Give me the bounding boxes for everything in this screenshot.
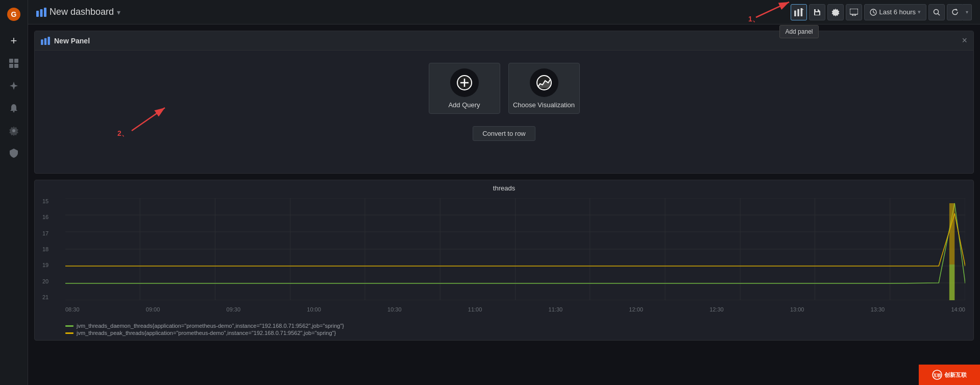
- watermark-text: 创新互联: [944, 371, 967, 379]
- svg-rect-32: [44, 38, 46, 44]
- svg-rect-64: [949, 264, 954, 300]
- legend-label-peak: jvm_threads_peak_threads{application="pr…: [77, 330, 336, 336]
- svg-point-29: [934, 9, 939, 14]
- watermark: 互联 创新互联: [919, 365, 980, 385]
- svg-rect-33: [47, 37, 50, 45]
- choose-visualization-option[interactable]: Choose Visualization: [508, 63, 580, 114]
- chart-legend: jvm_threads_daemon_threads{application="…: [35, 321, 973, 340]
- add-panel-button[interactable]: Add panel: [791, 4, 807, 20]
- panel-modal-header: New Panel ×: [35, 31, 973, 51]
- sidebar-item-create[interactable]: +: [4, 31, 24, 51]
- svg-line-12: [756, 2, 789, 17]
- dashboard-title[interactable]: New dashboard ▾: [36, 7, 120, 17]
- legend-item-daemon: jvm_threads_daemon_threads{application="…: [65, 323, 965, 329]
- annotation-arrow-1: 1、: [746, 0, 797, 22]
- svg-line-36: [132, 108, 165, 131]
- chart-area: 21 20 19 18 17 16 15: [35, 194, 973, 321]
- chart-title: threads: [35, 180, 973, 194]
- svg-rect-6: [13, 111, 15, 112]
- svg-text:G: G: [11, 10, 17, 18]
- panel-options: Add Query Choose Visualiz: [429, 63, 580, 114]
- svg-line-28: [873, 12, 875, 13]
- sidebar-item-dashboards[interactable]: [4, 53, 24, 74]
- svg-rect-5: [14, 64, 18, 68]
- new-panel-modal: New Panel × 2、: [34, 31, 974, 174]
- sidebar-item-admin[interactable]: [4, 143, 24, 163]
- add-query-option[interactable]: Add Query: [429, 63, 500, 114]
- svg-rect-16: [801, 8, 803, 16]
- svg-rect-4: [9, 64, 13, 68]
- svg-text:互联: 互联: [933, 373, 942, 378]
- svg-rect-8: [36, 11, 39, 17]
- svg-rect-19: [816, 9, 818, 11]
- svg-rect-31: [41, 39, 43, 45]
- topbar-actions: Add panel: [791, 4, 972, 20]
- convert-to-row-button[interactable]: Convert to row: [473, 126, 535, 141]
- chart-svg: [65, 198, 965, 300]
- legend-label-daemon: jvm_threads_daemon_threads{application="…: [77, 323, 344, 329]
- sidebar-item-alerting[interactable]: [4, 98, 24, 118]
- dashboard-title-text: New dashboard: [50, 7, 114, 17]
- time-range-picker[interactable]: Last 6 hours ▾: [864, 4, 926, 20]
- svg-text:1、: 1、: [748, 15, 760, 22]
- watermark-icon: 互联: [932, 370, 942, 380]
- topbar: New dashboard ▾ 1、: [28, 0, 980, 25]
- dropdown-icon: ▾: [117, 8, 120, 16]
- svg-rect-9: [40, 9, 43, 17]
- settings-button[interactable]: [827, 4, 844, 20]
- sidebar: G +: [0, 0, 28, 385]
- svg-rect-22: [850, 9, 858, 14]
- svg-line-30: [938, 13, 940, 15]
- panel-modal-body: 2、 Add Que: [35, 51, 973, 173]
- chart-yaxis: 21 20 19 18 17 16 15: [42, 198, 48, 300]
- panel-modal-title: New Panel: [41, 37, 90, 45]
- add-query-icon: [450, 68, 479, 97]
- chart-xaxis: 08:30 09:00 09:30 10:00 10:30 11:00 11:3…: [65, 306, 965, 312]
- legend-color-peak: [65, 332, 74, 334]
- legend-color-daemon: [65, 325, 74, 327]
- svg-rect-15: [798, 9, 800, 16]
- choose-vis-icon: [530, 68, 558, 97]
- main-content: New dashboard ▾ 1、: [28, 0, 980, 385]
- annotation-2: 2、: [116, 92, 183, 140]
- svg-text:2、: 2、: [117, 129, 129, 137]
- svg-rect-20: [815, 12, 819, 15]
- search-button[interactable]: [928, 4, 945, 20]
- annotation-arrow-2: 2、: [116, 92, 183, 138]
- tv-mode-button[interactable]: [846, 4, 862, 20]
- app-logo[interactable]: G: [4, 4, 24, 25]
- chart-panel: threads 21 20 19 18 17 16 15: [34, 180, 974, 341]
- save-dashboard-button[interactable]: [809, 4, 825, 20]
- legend-item-peak: jvm_threads_peak_threads{application="pr…: [65, 330, 965, 336]
- time-range-label: Last 6 hours: [879, 8, 916, 16]
- refresh-dropdown-button[interactable]: ▾: [963, 4, 972, 20]
- panel-close-button[interactable]: ×: [962, 35, 967, 46]
- sidebar-item-config[interactable]: [4, 121, 24, 141]
- svg-rect-10: [44, 8, 46, 17]
- svg-rect-2: [9, 59, 13, 63]
- time-range-dropdown-icon: ▾: [918, 9, 921, 15]
- chart-grid: 21 20 19 18 17 16 15: [65, 198, 965, 300]
- refresh-button[interactable]: [947, 4, 963, 20]
- svg-rect-14: [795, 10, 797, 16]
- sidebar-item-explore[interactable]: [4, 76, 24, 96]
- dashboard-area: New Panel × 2、: [28, 25, 980, 385]
- svg-rect-3: [14, 59, 18, 63]
